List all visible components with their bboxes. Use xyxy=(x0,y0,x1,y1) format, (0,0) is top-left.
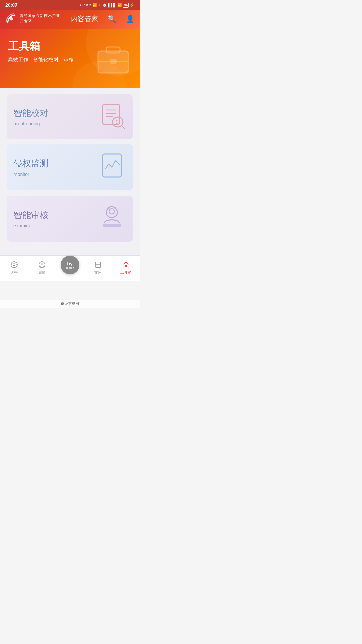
header-divider xyxy=(103,15,103,22)
patrol-icon xyxy=(10,261,18,269)
monitor-title-en: monitor xyxy=(13,172,48,177)
toolbox-nav-icon xyxy=(122,261,130,269)
svg-point-0 xyxy=(10,17,13,21)
monitor-title-cn: 侵权监测 xyxy=(13,158,48,169)
svg-point-15 xyxy=(109,209,114,214)
examine-title-en: examine xyxy=(13,223,48,228)
cellular-icon: ▌▌▌ xyxy=(108,3,116,7)
library-label: 文库 xyxy=(94,270,102,275)
sentiment-label: 舆情 xyxy=(38,270,46,275)
charging-icon: ⚡ xyxy=(130,3,134,7)
wifi-icon: 📶 xyxy=(117,3,122,7)
patrol-label: 巡检 xyxy=(10,270,18,275)
monitor-card-text: 侵权监测 monitor xyxy=(13,158,48,177)
header-right: 内容管家 🔍 👤 xyxy=(71,14,134,24)
center-search-circle[interactable]: by search xyxy=(61,256,79,274)
bluetooth-icon: 📶 xyxy=(92,3,97,7)
header-divider-2 xyxy=(121,15,121,22)
monitor-card[interactable]: 侵权监测 monitor xyxy=(7,144,133,190)
svg-line-10 xyxy=(121,125,125,129)
examine-icon xyxy=(98,204,126,234)
status-icons: ...35.5K/s 📶 ♖ ⏰ ▌▌▌ 📶 84 ⚡ xyxy=(76,3,134,8)
nav-item-sentiment[interactable]: 舆情 xyxy=(28,261,56,275)
search-icon[interactable]: 🔍 xyxy=(108,15,116,23)
app-header: 青岛国家高新技术产业开发区 内容管家 🔍 👤 xyxy=(0,10,140,29)
proofreading-card[interactable]: 智能校对 proofreading xyxy=(7,94,133,139)
user-icon[interactable]: 👤 xyxy=(126,15,134,23)
bottom-navigation: 巡检 舆情 by search 文库 工具箱 xyxy=(0,255,140,281)
battery-indicator: 84 xyxy=(123,3,129,8)
library-icon xyxy=(94,261,102,269)
svg-point-18 xyxy=(13,264,15,266)
toolbox-nav-label: 工具箱 xyxy=(120,270,131,275)
proofreading-icon xyxy=(99,103,126,131)
nav-item-toolbox[interactable]: 工具箱 xyxy=(112,261,140,275)
header-title: 内容管家 xyxy=(71,14,98,24)
examine-title-cn: 智能审核 xyxy=(13,209,48,221)
logo-text: 青岛国家高新技术产业开发区 xyxy=(20,13,63,24)
proofreading-title-cn: 智能校对 xyxy=(13,107,48,119)
svg-point-24 xyxy=(41,263,43,265)
svg-rect-5 xyxy=(103,104,120,124)
sentiment-icon xyxy=(38,261,46,269)
examine-card[interactable]: 智能审核 examine xyxy=(7,196,133,242)
nav-center-search[interactable]: by search xyxy=(56,258,84,277)
svg-rect-16 xyxy=(103,224,121,227)
watermark: 奇游下载网 xyxy=(0,300,140,308)
watermark-text: 奇游下载网 xyxy=(61,302,79,306)
signal-icon: ♖ xyxy=(98,3,101,7)
logo-area: 青岛国家高新技术产业开发区 xyxy=(5,13,63,25)
status-bar: 20:07 ...35.5K/s 📶 ♖ ⏰ ▌▌▌ 📶 84 ⚡ xyxy=(0,0,140,10)
nav-item-library[interactable]: 文库 xyxy=(84,261,112,275)
search-logo-text: search xyxy=(66,266,74,269)
alarm-icon: ⏰ xyxy=(102,3,107,7)
hero-banner: 工具箱 高效工作，智能化校对、审核 xyxy=(0,29,140,88)
briefcase-icon xyxy=(95,41,132,76)
svg-rect-12 xyxy=(103,154,121,177)
status-time: 20:07 xyxy=(5,2,18,8)
spacer xyxy=(0,249,140,255)
main-content: 智能校对 proofreading 侵权监测 monitor xyxy=(0,88,140,249)
proofreading-card-text: 智能校对 proofreading xyxy=(13,107,48,126)
svg-rect-4 xyxy=(110,59,117,64)
monitor-icon xyxy=(99,152,126,182)
proofreading-title-en: proofreading xyxy=(13,121,48,126)
examine-card-text: 智能审核 examine xyxy=(13,209,48,228)
brand-logo-icon xyxy=(5,13,18,25)
network-speed: ...35.5K/s xyxy=(76,3,91,7)
nav-item-patrol[interactable]: 巡检 xyxy=(0,261,28,275)
by-logo-text: by xyxy=(67,261,72,266)
